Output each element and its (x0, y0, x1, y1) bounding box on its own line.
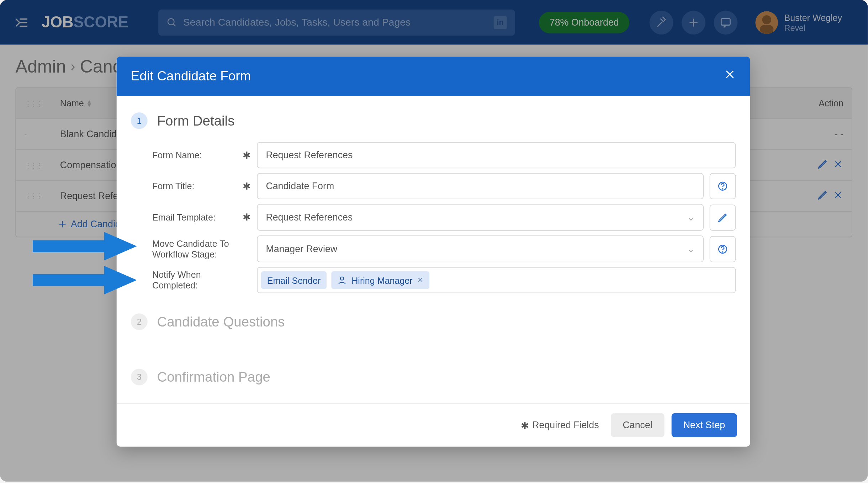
form-details-body: Form Name: ✱ Request References Form Tit… (117, 135, 750, 308)
chevron-down-icon: ⌄ (687, 243, 695, 255)
edit-template-icon[interactable] (710, 204, 736, 230)
row-email-template: Email Template: ✱ Request References ⌄ (152, 204, 736, 230)
user-icon (337, 275, 347, 285)
next-step-button[interactable]: Next Step (671, 413, 737, 437)
svg-point-16 (723, 251, 723, 252)
select-email-template[interactable]: Request References ⌄ (257, 204, 704, 230)
svg-marker-18 (33, 232, 137, 260)
required-icon: ✱ (243, 150, 251, 161)
row-move-stage: Move Candidate To Workflow Stage: Manage… (152, 235, 736, 262)
help-icon[interactable] (710, 236, 736, 262)
row-notify: Notify When Completed: Email Sender Hiri… (152, 267, 736, 293)
close-icon[interactable] (724, 68, 736, 84)
input-form-name[interactable]: Request References (257, 142, 736, 169)
annotation-arrow (33, 232, 137, 260)
step-number: 1 (131, 112, 148, 129)
step-title: Confirmation Page (157, 369, 270, 385)
notify-tags-input[interactable]: Email Sender Hiring Manager ✕ (257, 267, 736, 293)
label-form-name: Form Name: (152, 150, 237, 160)
step-number: 3 (131, 369, 148, 386)
step-number: 2 (131, 313, 148, 330)
svg-marker-19 (33, 266, 137, 294)
required-icon: ✱ (243, 212, 251, 223)
step-title: Form Details (157, 113, 234, 129)
modal-title: Edit Candidate Form (131, 68, 251, 84)
cancel-button[interactable]: Cancel (611, 413, 664, 437)
modal-header: Edit Candidate Form (117, 57, 750, 96)
modal-footer: ✱ Required Fields Cancel Next Step (117, 403, 750, 447)
chevron-down-icon: ⌄ (687, 212, 695, 223)
svg-point-14 (723, 189, 723, 189)
required-icon: ✱ (521, 420, 529, 431)
step-candidate-questions[interactable]: 2 Candidate Questions (117, 307, 750, 336)
label-notify: Notify When Completed: (152, 269, 237, 291)
step-confirmation-page[interactable]: 3 Confirmation Page (117, 363, 750, 391)
help-icon[interactable] (710, 173, 736, 200)
modal-body: 1 Form Details Form Name: ✱ Request Refe… (117, 96, 750, 403)
svg-point-17 (340, 277, 344, 280)
remove-tag-icon[interactable]: ✕ (417, 276, 423, 284)
step-title: Candidate Questions (157, 314, 285, 330)
row-form-title: Form Title: ✱ Candidate Form (152, 173, 736, 200)
edit-candidate-form-modal: Edit Candidate Form 1 Form Details Form … (117, 57, 750, 447)
required-note: ✱ Required Fields (521, 420, 599, 431)
tag-email-sender[interactable]: Email Sender (261, 271, 327, 289)
label-move-stage: Move Candidate To Workflow Stage: (152, 238, 237, 260)
step-form-details: 1 Form Details (117, 106, 750, 135)
tag-hiring-manager[interactable]: Hiring Manager ✕ (331, 271, 429, 289)
input-form-title[interactable]: Candidate Form (257, 173, 704, 200)
row-form-name: Form Name: ✱ Request References (152, 142, 736, 169)
label-form-title: Form Title: (152, 181, 237, 191)
annotation-arrow (33, 266, 137, 294)
required-icon: ✱ (243, 180, 251, 192)
select-move-stage[interactable]: Manager Review ⌄ (257, 235, 704, 262)
label-email-template: Email Template: (152, 212, 237, 223)
